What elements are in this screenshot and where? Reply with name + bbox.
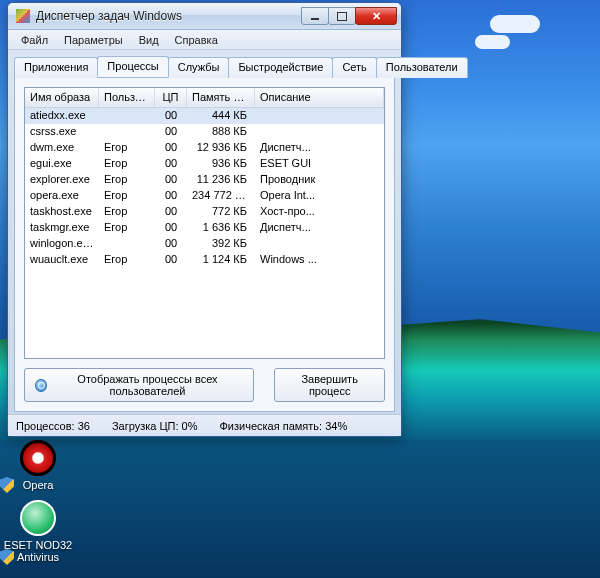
close-button[interactable]: [355, 7, 397, 25]
cell-mem: 936 КБ: [187, 156, 255, 172]
cell-name: csrss.exe: [25, 124, 99, 140]
cell-name: winlogon.exe: [25, 236, 99, 252]
cell-name: opera.exe: [25, 188, 99, 204]
cell-desc: [255, 236, 384, 252]
cell-mem: 1 636 КБ: [187, 220, 255, 236]
process-list[interactable]: Имя образа Пользо... ЦП Память (... Опис…: [24, 87, 385, 359]
table-row[interactable]: winlogon.exe00392 КБ: [25, 236, 384, 252]
table-row[interactable]: taskmgr.exeЕгор001 636 КБДиспетч...: [25, 220, 384, 236]
app-icon: [16, 9, 30, 23]
minimize-button[interactable]: [301, 7, 329, 25]
cell-desc: ESET GUI: [255, 156, 384, 172]
cell-mem: 234 772 КБ: [187, 188, 255, 204]
cell-cpu: 00: [155, 108, 187, 124]
cell-user: [99, 108, 155, 124]
cell-cpu: 00: [155, 188, 187, 204]
menubar: Файл Параметры Вид Справка: [8, 30, 401, 50]
menu-file[interactable]: Файл: [14, 32, 55, 48]
tab-users[interactable]: Пользователи: [376, 57, 468, 78]
menu-options[interactable]: Параметры: [57, 32, 130, 48]
cell-name: taskmgr.exe: [25, 220, 99, 236]
tab-services[interactable]: Службы: [168, 57, 230, 78]
col-cpu[interactable]: ЦП: [155, 88, 187, 107]
cell-user: Егор: [99, 220, 155, 236]
cell-cpu: 00: [155, 236, 187, 252]
desktop-icon-opera[interactable]: Opera: [3, 440, 73, 491]
cell-mem: 1 124 КБ: [187, 252, 255, 268]
button-label: Отображать процессы всех пользователей: [52, 373, 244, 397]
eset-icon: [20, 500, 56, 536]
end-process-button[interactable]: Завершить процесс: [274, 368, 385, 402]
cell-cpu: 00: [155, 252, 187, 268]
list-header: Имя образа Пользо... ЦП Память (... Опис…: [25, 88, 384, 108]
cell-mem: 12 936 КБ: [187, 140, 255, 156]
cell-user: [99, 236, 155, 252]
tabstrip: Приложения Процессы Службы Быстродействи…: [8, 50, 401, 77]
cell-mem: 444 КБ: [187, 108, 255, 124]
window-title: Диспетчер задач Windows: [36, 9, 302, 23]
tab-content: Имя образа Пользо... ЦП Память (... Опис…: [14, 77, 395, 412]
maximize-button[interactable]: [328, 7, 356, 25]
cell-user: [99, 124, 155, 140]
cell-name: explorer.exe: [25, 172, 99, 188]
table-row[interactable]: csrss.exe00888 КБ: [25, 124, 384, 140]
table-row[interactable]: opera.exeЕгор00234 772 КБOpera Int...: [25, 188, 384, 204]
titlebar[interactable]: Диспетчер задач Windows: [8, 3, 401, 30]
tab-processes[interactable]: Процессы: [97, 56, 168, 77]
menu-help[interactable]: Справка: [168, 32, 225, 48]
status-memory-usage: Физическая память: 34%: [219, 420, 347, 432]
tab-performance[interactable]: Быстродействие: [228, 57, 333, 78]
button-label: Завершить процесс: [285, 373, 374, 397]
cell-desc: Windows ...: [255, 252, 384, 268]
cell-mem: 392 КБ: [187, 236, 255, 252]
cell-name: egui.exe: [25, 156, 99, 172]
task-manager-window: Диспетчер задач Windows Файл Параметры В…: [7, 2, 402, 437]
cell-name: dwm.exe: [25, 140, 99, 156]
table-row[interactable]: atiedxx.exe00444 КБ: [25, 108, 384, 124]
cell-user: Егор: [99, 204, 155, 220]
table-row[interactable]: wuauclt.exeЕгор001 124 КБWindows ...: [25, 252, 384, 268]
opera-icon: [20, 440, 56, 476]
cell-desc: Opera Int...: [255, 188, 384, 204]
table-row[interactable]: egui.exeЕгор00936 КБESET GUI: [25, 156, 384, 172]
cell-user: Егор: [99, 188, 155, 204]
shield-icon: [35, 379, 47, 392]
menu-view[interactable]: Вид: [132, 32, 166, 48]
tab-networking[interactable]: Сеть: [332, 57, 376, 78]
table-row[interactable]: taskhost.exeЕгор00772 КБХост-про...: [25, 204, 384, 220]
cell-desc: Проводник: [255, 172, 384, 188]
table-row[interactable]: explorer.exeЕгор0011 236 КБПроводник: [25, 172, 384, 188]
cell-user: Егор: [99, 140, 155, 156]
cell-desc: Диспетч...: [255, 220, 384, 236]
cell-cpu: 00: [155, 124, 187, 140]
cell-cpu: 00: [155, 220, 187, 236]
col-memory[interactable]: Память (...: [187, 88, 255, 107]
cell-mem: 888 КБ: [187, 124, 255, 140]
status-process-count: Процессов: 36: [16, 420, 90, 432]
cell-user: Егор: [99, 252, 155, 268]
cell-name: atiedxx.exe: [25, 108, 99, 124]
cell-mem: 772 КБ: [187, 204, 255, 220]
cell-cpu: 00: [155, 156, 187, 172]
col-user[interactable]: Пользо...: [99, 88, 155, 107]
status-cpu-usage: Загрузка ЦП: 0%: [112, 420, 198, 432]
cell-desc: Хост-про...: [255, 204, 384, 220]
cell-mem: 11 236 КБ: [187, 172, 255, 188]
tab-applications[interactable]: Приложения: [14, 57, 98, 78]
cell-cpu: 00: [155, 172, 187, 188]
cell-name: taskhost.exe: [25, 204, 99, 220]
desktop-icon-unknown[interactable]: [15, 536, 51, 572]
cell-user: Егор: [99, 172, 155, 188]
show-all-processes-button[interactable]: Отображать процессы всех пользователей: [24, 368, 254, 402]
cell-desc: [255, 124, 384, 140]
col-description[interactable]: Описание: [255, 88, 384, 107]
cell-name: wuauclt.exe: [25, 252, 99, 268]
cell-user: Егор: [99, 156, 155, 172]
cell-desc: Диспетч...: [255, 140, 384, 156]
statusbar: Процессов: 36 Загрузка ЦП: 0% Физическая…: [8, 414, 401, 436]
cell-desc: [255, 108, 384, 124]
table-row[interactable]: dwm.exeЕгор0012 936 КБДиспетч...: [25, 140, 384, 156]
cell-cpu: 00: [155, 204, 187, 220]
cell-cpu: 00: [155, 140, 187, 156]
col-image-name[interactable]: Имя образа: [25, 88, 99, 107]
